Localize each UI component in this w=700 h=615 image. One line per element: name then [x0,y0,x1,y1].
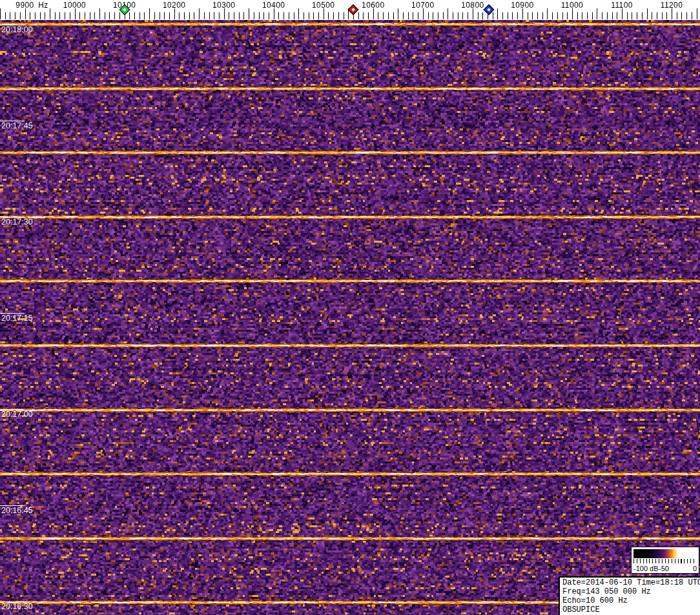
info-line-date: Date=2014-06-10 Time=18:18 UTC [562,578,700,587]
colorbar-label-max: 0 [693,565,697,572]
colorbar-labels: -100 dB -50 0 [632,564,699,572]
colorbar-label-mid: -50 [659,565,669,572]
colorbar-label-min: -100 dB [633,565,659,572]
marker-center-dot [123,8,127,12]
colorbar-ticks [633,559,697,563]
colorbar-gradient [633,549,697,558]
spectrogram-window: Hz 9900100001010010200103001040010500106… [0,0,700,615]
colorbar-legend: -100 dB -50 0 [631,547,699,574]
marker-center-dot [487,8,491,12]
info-line-echo: Echo=10 600 Hz [562,596,700,605]
marker-center-dot [351,8,355,12]
waterfall-canvas[interactable] [0,0,700,615]
info-line-station: OBSUPICE [562,605,700,614]
info-line-freq: Freq=143 050 000 Hz [562,587,700,596]
info-box: Date=2014-06-10 Time=18:18 UTC Freq=143 … [559,576,700,615]
